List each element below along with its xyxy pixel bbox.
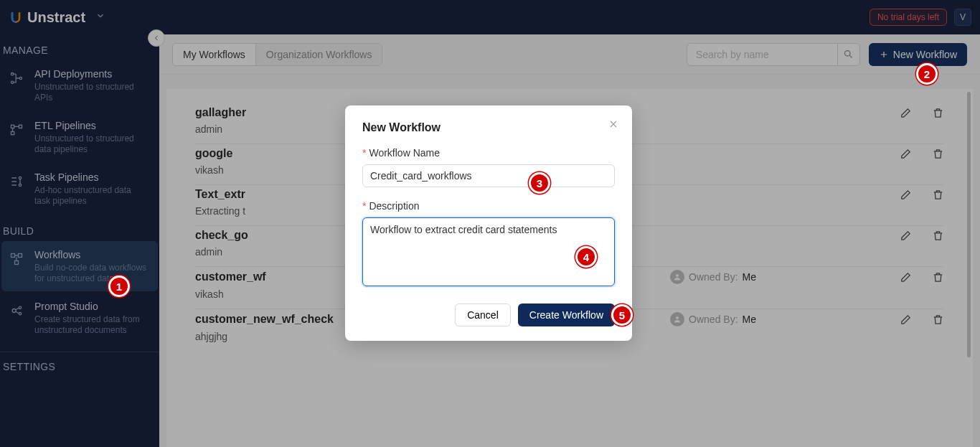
help-marker-1: 1: [108, 276, 130, 297]
cancel-button[interactable]: Cancel: [455, 304, 511, 326]
create-workflow-button[interactable]: Create Workflow: [518, 304, 615, 326]
help-marker-2: 2: [916, 63, 938, 85]
close-icon[interactable]: [608, 118, 619, 133]
workflow-name-input[interactable]: [362, 164, 615, 187]
description-label: *Description: [362, 200, 615, 212]
help-marker-4: 4: [575, 246, 597, 268]
new-workflow-modal: New Workflow *Workflow Name *Description…: [345, 105, 632, 341]
modal-title: New Workflow: [362, 121, 615, 134]
workflow-name-label: *Workflow Name: [362, 147, 615, 159]
help-marker-5: 5: [611, 304, 633, 326]
help-marker-3: 3: [529, 172, 550, 194]
